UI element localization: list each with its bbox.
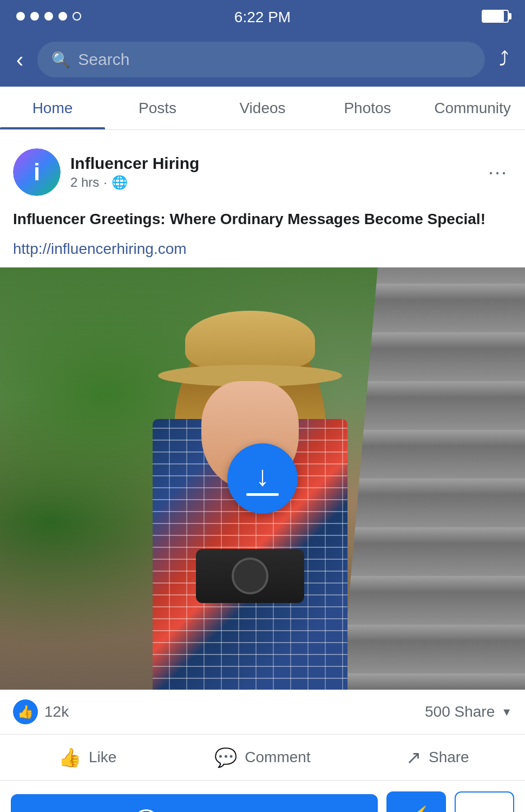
dot-4 [58, 12, 67, 21]
battery-icon [482, 10, 509, 23]
dot-5 [73, 12, 81, 21]
like-icon: 👍 [58, 746, 81, 768]
cta-row: i Learn More ⚡ ··· [0, 781, 525, 812]
page-name: Influencer Hiring [70, 154, 474, 173]
options-dots-icon: ··· [474, 810, 495, 812]
post-meta: Influencer Hiring 2 hrs · 🌐 [70, 154, 474, 190]
dropdown-arrow-icon: ▼ [501, 706, 512, 718]
thumbs-up-icon: 👍 [17, 704, 34, 719]
comment-icon: 💬 [214, 746, 237, 768]
like-button[interactable]: 👍 Like [0, 735, 175, 780]
share-count-text: 500 Share [425, 703, 495, 721]
reactions-bar: 👍 12k 500 Share ▼ [0, 690, 525, 735]
share-action-button[interactable]: ↗ Share [350, 735, 525, 780]
camera [196, 549, 304, 603]
status-bar: 6:22 PM [0, 0, 525, 32]
share-count[interactable]: 500 Share ▼ [425, 703, 512, 721]
status-time: 6:22 PM [234, 9, 291, 26]
dot-1 [16, 12, 25, 21]
tab-videos[interactable]: Videos [210, 87, 315, 129]
post-more-button[interactable]: ··· [484, 161, 512, 184]
download-line [246, 493, 279, 496]
dot-3 [44, 12, 53, 21]
dot-2 [30, 12, 39, 21]
avatar: i [13, 148, 61, 196]
globe-icon: 🌐 [111, 175, 128, 190]
nav-bar: ‹ 🔍 Search ⤴ [0, 32, 525, 87]
search-bar[interactable]: 🔍 Search [37, 42, 485, 77]
post-image: ↓ [0, 267, 525, 690]
search-icon: 🔍 [51, 51, 70, 69]
like-count-text: 12k [44, 703, 69, 721]
share-button[interactable]: ⤴ [494, 48, 514, 71]
tab-photos[interactable]: Photos [315, 87, 420, 129]
back-button[interactable]: ‹ [11, 49, 29, 70]
action-buttons: 👍 Like 💬 Comment ↗ Share [0, 735, 525, 781]
battery-fill [483, 11, 504, 22]
comment-button[interactable]: 💬 Comment [175, 735, 350, 780]
more-options-button[interactable]: ··· [455, 791, 514, 812]
hat-top [185, 311, 315, 370]
download-button[interactable]: ↓ [227, 443, 298, 514]
download-arrow-icon: ↓ [255, 462, 270, 490]
post-text: Influencer Greetings: Where Ordinary Mes… [0, 208, 525, 240]
like-badge: 👍 [13, 699, 38, 724]
separator: · [103, 175, 107, 190]
tab-home[interactable]: Home [0, 87, 105, 129]
tabs-bar: Home Posts Videos Photos Community [0, 87, 525, 130]
like-count: 👍 12k [13, 699, 69, 724]
tab-posts[interactable]: Posts [105, 87, 210, 129]
woman-hat [158, 311, 342, 387]
messenger-button[interactable]: ⚡ [386, 791, 446, 812]
post-time: 2 hrs · 🌐 [70, 175, 474, 190]
tab-community[interactable]: Community [420, 87, 525, 129]
search-placeholder: Search [78, 50, 129, 69]
info-icon: i [134, 809, 158, 812]
post-card: i Influencer Hiring 2 hrs · 🌐 ··· Influe… [0, 136, 525, 812]
signal-dots [16, 12, 81, 21]
share-icon: ↗ [406, 746, 421, 768]
post-header: i Influencer Hiring 2 hrs · 🌐 ··· [0, 136, 525, 208]
post-link[interactable]: http://influencerhiring.com [0, 240, 525, 267]
messenger-icon: ⚡ [399, 805, 434, 813]
avatar-logo: i [13, 148, 61, 196]
learn-more-button[interactable]: i Learn More [11, 794, 378, 812]
